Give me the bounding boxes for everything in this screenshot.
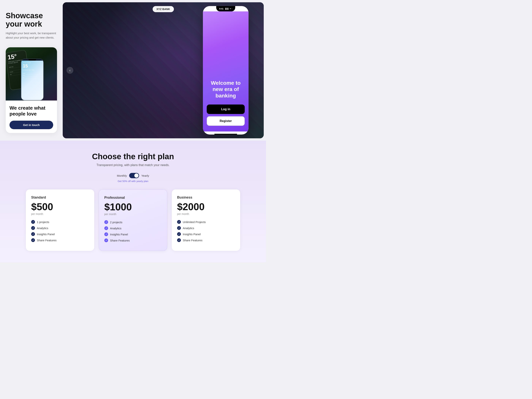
check-icon: [31, 220, 35, 224]
phone-front-notch: [28, 59, 36, 61]
hero-phone-home-indicator: [214, 134, 237, 134]
check-icon: [177, 238, 181, 242]
check-icon: [31, 238, 35, 242]
hero-section: XYZ BANK ‹ 9:41 ▌▌▌ ▼ ▪ Welcome to new e…: [63, 2, 264, 138]
plan-name-professional: Professional: [104, 196, 162, 200]
check-icon: [104, 232, 108, 236]
plan-feature: Insights Panel: [31, 232, 89, 236]
phone-front-row: low: [23, 76, 42, 79]
hero-xyz-badge: XYZ BANK: [152, 6, 174, 12]
billing-note: Get 50% off with yearly plan: [8, 180, 258, 183]
hero-phone-signal: ▌▌▌ ▼ ▪: [225, 8, 232, 10]
phone-front-row: calm: [23, 75, 42, 76]
billing-toggle: Monthly Yearly: [8, 173, 258, 178]
check-icon: [104, 238, 108, 242]
check-icon: [177, 220, 181, 224]
billing-yearly-label: Yearly: [141, 174, 149, 177]
plan-feature: Insights Panel: [177, 232, 235, 236]
phone-front: helsinki, finland 15 it's cold for next …: [21, 59, 44, 101]
hero-phone: 9:41 ▌▌▌ ▼ ▪ Welcome to new era of banki…: [203, 6, 248, 134]
check-icon: [177, 232, 181, 236]
check-icon: [104, 220, 108, 224]
pricing-section: Choose the right plan Transparent pricin…: [0, 141, 266, 262]
pricing-title: Choose the right plan: [8, 152, 258, 161]
phone-front-rows: chilly calm low: [23, 72, 42, 79]
feature-label: Insights Panel: [110, 233, 128, 236]
feature-label: Share Features: [110, 239, 130, 242]
plan-features-professional: 2 projects Analytics Insights Panel Shar…: [104, 220, 162, 242]
plan-feature: 2 projects: [104, 220, 162, 224]
feature-label: Share Features: [37, 239, 57, 242]
toggle-knob: [134, 173, 139, 178]
feature-label: 1 projects: [37, 220, 49, 224]
feature-label: Insights Panel: [37, 233, 55, 236]
phone-stack: 15° happy easter, it's perfect weather f…: [6, 47, 57, 101]
plan-card-standard: Standard $500 per month 1 projects Analy…: [26, 190, 94, 251]
phone-front-temp: 15: [23, 63, 42, 69]
plan-feature: Insights Panel: [104, 232, 162, 236]
check-icon: [31, 226, 35, 230]
hero-phone-screen: Welcome to new era of banking Log in Reg…: [203, 11, 248, 132]
hero-phone-time: 9:41: [219, 8, 223, 10]
plan-feature: Share Features: [177, 238, 235, 242]
billing-toggle-switch[interactable]: [129, 173, 139, 178]
feature-label: Analytics: [110, 227, 121, 230]
hero-phone-welcome: Welcome to new era of banking: [207, 80, 245, 99]
feature-label: Analytics: [183, 227, 194, 230]
phone-front-content: helsinki, finland 15 it's cold for next …: [21, 61, 43, 100]
plan-features-business: Unlimited Projects Analytics Insights Pa…: [177, 220, 235, 242]
hero-phone-login-button[interactable]: Log in: [207, 104, 245, 114]
app-card-headline: We create what people love: [10, 105, 53, 117]
plan-card-professional: Professional $1000 per month 2 projects …: [99, 190, 167, 251]
phone-front-row: chilly: [23, 72, 42, 75]
feature-label: 2 projects: [110, 221, 122, 224]
check-icon: [31, 232, 35, 236]
check-icon: [177, 226, 181, 230]
hero-phone-icons: ▌▌▌ ▼ ▪: [225, 8, 232, 10]
feature-label: Share Features: [183, 239, 202, 242]
plan-features-standard: 1 projects Analytics Insights Panel Shar…: [31, 220, 89, 242]
plan-name-standard: Standard: [31, 196, 89, 200]
plan-period-business: per month: [177, 212, 235, 215]
plan-price-professional: $1000: [104, 202, 162, 212]
plan-price-business: $2000: [177, 202, 235, 212]
check-icon: [104, 226, 108, 230]
hero-arrow-left[interactable]: ‹: [66, 67, 73, 74]
billing-monthly-label: Monthly: [117, 174, 127, 177]
plan-price-standard: $500: [31, 202, 89, 212]
app-card-image: 15° happy easter, it's perfect weather f…: [6, 47, 57, 101]
hero-phone-notch: 9:41 ▌▌▌ ▼ ▪: [216, 6, 235, 11]
plan-period-standard: per month: [31, 212, 89, 215]
plan-name-business: Business: [177, 196, 235, 200]
plan-feature: Analytics: [31, 226, 89, 230]
pricing-subtitle: Transparent pricing, with plans that mat…: [8, 163, 258, 167]
plan-feature: Share Features: [104, 238, 162, 242]
hero-phone-register-button[interactable]: Register: [207, 116, 245, 126]
feature-label: Unlimited Projects: [183, 220, 206, 224]
plan-feature: 1 projects: [31, 220, 89, 224]
plan-card-business: Business $2000 per month Unlimited Proje…: [172, 190, 240, 251]
plan-feature: Share Features: [31, 238, 89, 242]
left-panel: Showcase your work Highlight your best w…: [0, 0, 63, 141]
showcase-subtitle: Highlight your best work, be transparent…: [6, 31, 57, 40]
get-in-touch-button[interactable]: Get in touch: [10, 121, 53, 129]
app-card: 15° happy easter, it's perfect weather f…: [6, 47, 57, 133]
phone-front-desc: it's cold for next 7 days: [23, 69, 42, 71]
feature-label: Analytics: [37, 227, 48, 230]
plans-grid: Standard $500 per month 1 projects Analy…: [8, 190, 258, 251]
plan-feature: Analytics: [104, 226, 162, 230]
feature-label: Insights Panel: [183, 233, 201, 236]
plan-period-professional: per month: [104, 213, 162, 216]
plan-feature: Unlimited Projects: [177, 220, 235, 224]
showcase-title: Showcase your work: [6, 11, 57, 28]
plan-feature: Analytics: [177, 226, 235, 230]
app-card-body: We create what people love Get in touch: [6, 101, 57, 133]
